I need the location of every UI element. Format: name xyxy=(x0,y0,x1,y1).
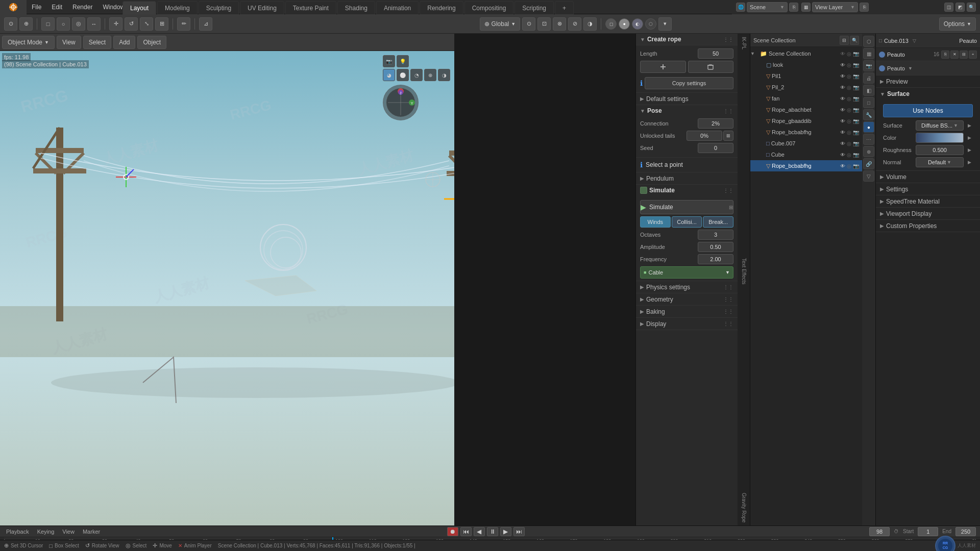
color-expand[interactable]: ▶ xyxy=(966,134,973,141)
menu-render[interactable]: Render xyxy=(67,0,97,14)
main-viewport[interactable]: RRCG 人人素材 RRCG 人人素材 RRCG 人人素材 RRCG 人人素材 … xyxy=(0,51,454,525)
rope-bcb2-vis-render[interactable]: 📷 xyxy=(853,163,859,169)
prop-icon-data[interactable]: ▽ xyxy=(863,170,874,182)
pil1-vis-eye[interactable]: 👁 xyxy=(840,73,845,79)
toolbar-circle-btn[interactable]: ○ xyxy=(57,17,70,31)
tab-shading[interactable]: Shading xyxy=(337,1,375,14)
pil1-vis-render[interactable]: 📷 xyxy=(853,73,859,79)
select-menu-btn[interactable]: Select xyxy=(83,36,111,49)
jump-end-btn[interactable]: ⏭ xyxy=(513,527,525,536)
collision-tab[interactable]: Collisi... xyxy=(672,216,702,228)
slot-add-btn[interactable]: + xyxy=(969,51,977,59)
rope-bcb1-vis-eye[interactable]: 👁 xyxy=(840,130,845,135)
cable-dropdown[interactable]: ■ Cable ▼ xyxy=(640,266,733,279)
fan-vis-select[interactable]: ◎ xyxy=(847,96,851,102)
simulate-options[interactable]: ⋮⋮ xyxy=(723,188,733,193)
geometry-options[interactable]: ⋮⋮ xyxy=(723,296,733,302)
viewport-xray-btn[interactable]: ◑ xyxy=(438,69,450,81)
cube-vis-select[interactable]: ◎ xyxy=(847,152,851,158)
physics-options[interactable]: ⋮⋮ xyxy=(723,284,733,290)
prop-icon-output[interactable]: 🖨 xyxy=(863,72,874,84)
tab-sculpting[interactable]: Sculpting xyxy=(199,1,239,14)
volume-section[interactable]: ▶ Volume xyxy=(876,171,980,183)
toolbar-annotate-btn[interactable]: ✏ xyxy=(177,17,190,31)
next-frame-btn[interactable]: ▶ xyxy=(500,527,511,536)
break-tab[interactable]: Break... xyxy=(703,216,733,228)
gravity-rope-label[interactable]: Gravity Rope xyxy=(740,490,748,525)
tab-add[interactable]: + xyxy=(555,1,574,14)
tab-rendering[interactable]: Rendering xyxy=(420,1,463,14)
normal-value[interactable]: Default ▼ xyxy=(916,157,964,167)
cube-vis-eye[interactable]: 👁 xyxy=(840,152,845,158)
prop-icon-scene[interactable]: ⬡ xyxy=(863,36,874,47)
timeline-keying-menu[interactable]: Keying xyxy=(35,529,57,535)
overlay-btn[interactable]: ⊘ xyxy=(568,17,581,31)
prop-icon-material[interactable]: ● xyxy=(863,121,874,133)
custom-props-section[interactable]: ▶ Custom Properties xyxy=(876,220,980,232)
sc-vis-render[interactable]: 📷 xyxy=(853,51,859,57)
shading-wireframe-btn[interactable]: ◻ xyxy=(605,18,617,30)
look-vis-render[interactable]: 📷 xyxy=(853,62,859,68)
pil1-vis-select[interactable]: ◎ xyxy=(847,73,851,79)
sc-vis-select[interactable]: ◎ xyxy=(847,51,851,57)
outliner-item-rope-bcb2[interactable]: ▽ Rope_bcbabfhg 👁 ◎ 📷 xyxy=(750,160,862,171)
baking-section[interactable]: ▶ Baking ⋮⋮ xyxy=(636,306,738,318)
toolbar-scale-btn[interactable]: ⤡ xyxy=(140,17,153,31)
toolbar-rotate-btn[interactable]: ↺ xyxy=(125,17,138,31)
play-btn[interactable]: ⏸ xyxy=(487,527,498,536)
toolbar-lasso-btn[interactable]: ◎ xyxy=(72,17,85,31)
pil2-vis-render[interactable]: 📷 xyxy=(853,85,859,90)
shading-rendered-btn[interactable]: ⬡ xyxy=(645,18,656,30)
navigation-gizmo[interactable]: X Y Z xyxy=(383,85,419,120)
create-rope-options[interactable]: ⋮⋮ xyxy=(723,37,733,42)
pose-options[interactable]: ⋮⋮ xyxy=(723,108,733,114)
select-point-section[interactable]: ℹ Select a point xyxy=(636,158,738,172)
rope-gba-vis-eye[interactable]: 👁 xyxy=(840,118,845,124)
tab-uv-editing[interactable]: UV Editing xyxy=(240,1,284,14)
snap-btn[interactable]: ⊡ xyxy=(537,17,551,31)
simulate-checkbox[interactable] xyxy=(640,187,647,194)
prop-icon-particles[interactable]: ⋯ xyxy=(863,134,874,145)
prop-icon-constraints[interactable]: 🔗 xyxy=(863,158,874,169)
start-frame-input[interactable]: 1 xyxy=(918,527,938,536)
copy-settings-btn[interactable]: Copy settings xyxy=(645,77,733,89)
pose-header[interactable]: ▼ Pose ⋮⋮ xyxy=(636,105,738,116)
tab-animation[interactable]: Animation xyxy=(376,1,419,14)
normal-expand[interactable]: ▶ xyxy=(966,159,973,166)
add-menu-btn[interactable]: Add xyxy=(113,36,135,49)
toolbar-transform-btn[interactable]: ⊞ xyxy=(155,17,168,31)
settings-section[interactable]: ▶ Settings xyxy=(876,183,980,195)
pil2-vis-select[interactable]: ◎ xyxy=(847,85,851,90)
preview-section[interactable]: ▶ Preview xyxy=(876,76,980,88)
shading-options-btn[interactable]: ▾ xyxy=(658,17,672,31)
simulate-btn[interactable]: ▶ Simulate ⊞ xyxy=(640,200,733,214)
toolbar-box-btn[interactable]: □ xyxy=(41,17,55,31)
rope-delete-btn[interactable] xyxy=(688,61,734,73)
top-icons-1[interactable]: ◫ xyxy=(944,3,953,12)
simulate-header[interactable]: Simulate ⋮⋮ xyxy=(636,185,738,196)
viewport-shading-btn[interactable]: ⚪ xyxy=(397,69,409,81)
color-swatch[interactable] xyxy=(916,133,964,143)
length-value[interactable]: 50 xyxy=(698,48,733,59)
frequency-value[interactable]: 2.00 xyxy=(698,254,733,264)
shading-solid-btn[interactable]: ● xyxy=(619,18,630,30)
connection-value[interactable]: 2% xyxy=(698,118,733,129)
cube007-vis-eye[interactable]: 👁 xyxy=(840,141,845,146)
rope-gba-vis-select[interactable]: ◎ xyxy=(847,118,851,124)
outliner-item-rope-bcb1[interactable]: ▽ Rope_bcbabfhg 👁 ◎ 📷 xyxy=(750,127,862,138)
end-frame-input[interactable]: 250 xyxy=(955,527,976,536)
record-btn[interactable]: ⏺ xyxy=(447,527,458,536)
prop-icon-physics[interactable]: ⊕ xyxy=(863,146,874,157)
current-frame-display[interactable]: 98 xyxy=(869,527,890,536)
surface-expand[interactable]: ▶ xyxy=(966,122,973,129)
cube007-vis-select[interactable]: ◎ xyxy=(847,141,851,146)
rope-aba-vis-eye[interactable]: 👁 xyxy=(840,107,845,113)
slot-copy-btn[interactable]: ⎘ xyxy=(941,51,949,59)
surface-header[interactable]: ▼ Surface xyxy=(876,88,980,100)
timeline-playback-menu[interactable]: Playback xyxy=(4,529,31,535)
rope-bcb2-vis-eye[interactable]: 👁 xyxy=(840,163,845,169)
viewport-camera-btn[interactable]: 📷 xyxy=(383,55,395,67)
prop-icon-view[interactable]: ◧ xyxy=(863,85,874,96)
outliner-item-cube007[interactable]: □ Cube.007 👁 ◎ 📷 xyxy=(750,138,862,149)
scene-copy-icon[interactable]: ⎘ xyxy=(789,3,798,12)
